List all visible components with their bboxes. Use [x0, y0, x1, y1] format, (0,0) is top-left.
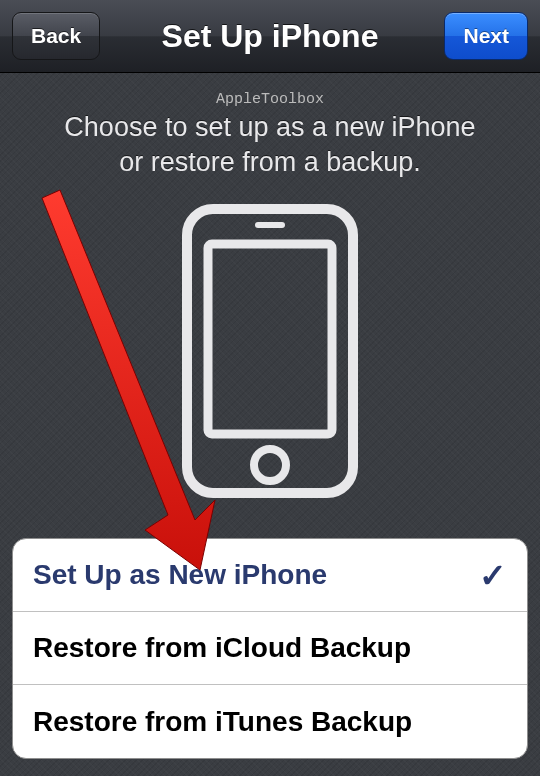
svg-rect-3 — [255, 222, 285, 228]
checkmark-icon: ✓ — [479, 556, 507, 595]
option-label: Restore from iCloud Backup — [33, 632, 411, 664]
navbar: Back Set Up iPhone Next — [0, 0, 540, 73]
option-label: Restore from iTunes Backup — [33, 706, 412, 738]
options-list: Set Up as New iPhone ✓ Restore from iClo… — [12, 538, 528, 759]
back-button[interactable]: Back — [12, 12, 100, 60]
iphone-outline-icon — [182, 204, 358, 498]
next-label: Next — [463, 24, 509, 48]
watermark-text: AppleToolbox — [10, 91, 530, 108]
next-button[interactable]: Next — [444, 12, 528, 60]
option-itunes-backup[interactable]: Restore from iTunes Backup — [13, 685, 527, 758]
description-text: Choose to set up as a new iPhone or rest… — [10, 110, 530, 204]
svg-point-2 — [254, 449, 286, 481]
content-area: AppleToolbox Choose to set up as a new i… — [0, 73, 540, 776]
back-label: Back — [31, 24, 81, 48]
option-icloud-backup[interactable]: Restore from iCloud Backup — [13, 612, 527, 685]
svg-rect-1 — [208, 244, 332, 434]
option-new-iphone[interactable]: Set Up as New iPhone ✓ — [13, 539, 527, 612]
option-label: Set Up as New iPhone — [33, 559, 327, 591]
page-title: Set Up iPhone — [162, 18, 379, 55]
